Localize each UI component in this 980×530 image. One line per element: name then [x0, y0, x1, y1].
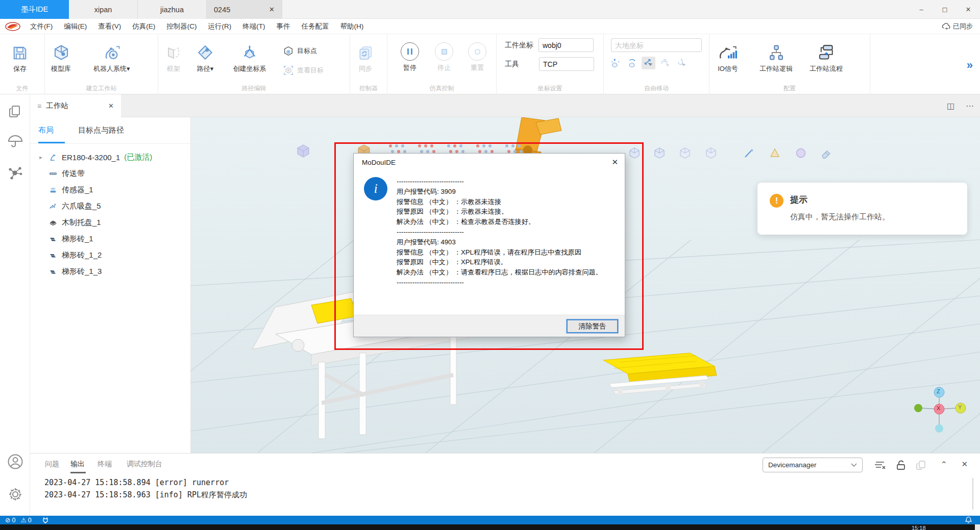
window-tab-xipan[interactable]: xipan	[69, 0, 138, 19]
pause-button[interactable]: 暂停	[401, 40, 419, 72]
panel-tab-output[interactable]: 输出	[70, 460, 85, 469]
split-output-icon[interactable]	[916, 460, 927, 471]
menu-simulate[interactable]: 仿真(E)	[127, 22, 161, 31]
window-tab-home[interactable]: 墨斗IDE	[0, 0, 69, 19]
tab-layout[interactable]: 布局	[38, 125, 54, 135]
gizmo-z-label: Z	[937, 388, 940, 394]
panel-tab-debug-console[interactable]: 调试控制台	[127, 460, 162, 469]
warning-count[interactable]: ⚠ 0	[20, 516, 31, 524]
close-doc-icon[interactable]: ✕	[108, 102, 114, 110]
tree-item-pallet[interactable]: 木制托盘_1	[30, 214, 190, 231]
settings-gear-icon[interactable]	[0, 486, 30, 502]
maximize-panel-icon[interactable]: ⌃	[941, 460, 947, 469]
cone-tool-icon[interactable]	[769, 147, 780, 159]
plug-icon[interactable]	[43, 517, 48, 523]
reset-button[interactable]: 重置	[468, 40, 486, 72]
unlock-icon[interactable]	[895, 460, 906, 471]
tree-item-robot[interactable]: ▸ ER180-4-3200_1(已激活)	[30, 149, 190, 165]
view-cube-icon[interactable]	[654, 147, 665, 159]
tool-input[interactable]	[539, 57, 594, 71]
close-window-icon[interactable]: ✕	[957, 6, 980, 13]
panel-scrollbar[interactable]	[972, 478, 973, 510]
3d-viewport[interactable]: Z Y X MoDouIDE ✕ i ---------------------…	[191, 117, 980, 453]
station-logic-button[interactable]: 工作站逻辑	[760, 41, 793, 73]
toolbar-group-build-station: 模型库 机器人系统▾ 建立工作站	[45, 34, 158, 94]
tree-item-gripper[interactable]: 六爪吸盘_5	[30, 198, 190, 214]
model-library-button[interactable]: 模型库	[51, 41, 71, 73]
move-rotate-icon[interactable]	[625, 57, 639, 69]
sensor-icon	[48, 185, 58, 194]
output-channel-select[interactable]: Devicemanager	[763, 458, 863, 472]
toolbar-group-file: 保存 文件	[0, 34, 45, 94]
menu-task-config[interactable]: 任务配置	[296, 22, 335, 31]
maximize-icon[interactable]: ◻	[933, 6, 957, 13]
sync-status[interactable]: 已同步	[942, 19, 973, 34]
expand-arrow-icon[interactable]: ▸	[37, 154, 44, 161]
menu-bar: 文件(F) 编辑(E) 查看(V) 仿真(E) 控制器(C) 运行(R) 终端(…	[0, 19, 980, 34]
split-panel-icon[interactable]: ◫	[947, 101, 954, 111]
toolbar-overflow-icon[interactable]: »	[967, 59, 973, 72]
move-linear-icon[interactable]	[609, 57, 623, 69]
menu-events[interactable]: 事件	[271, 22, 296, 31]
panel-tab-terminal[interactable]: 终端	[97, 460, 112, 469]
window-tab-jiazhua[interactable]: jiazhua	[138, 0, 207, 19]
dialog-close-icon[interactable]: ✕	[611, 158, 618, 167]
create-coordinate-button[interactable]: 创建坐标系	[226, 41, 274, 73]
clear-output-icon[interactable]	[874, 460, 886, 471]
dialog-title: MoDouIDE	[354, 154, 625, 171]
tab-targets-paths[interactable]: 目标点与路径	[78, 125, 124, 135]
tree-item-conveyor[interactable]: 传送带	[30, 165, 190, 182]
menu-help[interactable]: 帮助(H)	[335, 22, 370, 31]
io-signal-button[interactable]: IO信号	[718, 41, 738, 73]
sync-button[interactable]: 同步	[357, 41, 374, 73]
save-button[interactable]: 保存	[11, 41, 29, 73]
menu-view[interactable]: 查看(V)	[92, 22, 127, 31]
notifications-bell-icon[interactable]	[965, 516, 972, 524]
workpiece-coord-input[interactable]	[538, 38, 594, 52]
clear-alarms-button[interactable]: 清除警告	[567, 319, 618, 333]
window-tab-0245[interactable]: 0245 ✕	[207, 0, 282, 19]
more-options-icon[interactable]: ⋯	[966, 101, 974, 111]
pallet-icon	[48, 218, 58, 227]
connect-icon[interactable]	[0, 134, 30, 148]
path-icon	[196, 41, 214, 62]
measure-pencil-icon[interactable]	[743, 147, 754, 159]
show-desktop-button[interactable]	[975, 524, 980, 530]
tree-item-brick3[interactable]: 梯形砖_1_3	[30, 263, 190, 280]
view-target-button[interactable]: 查看目标	[283, 65, 324, 76]
node-move-icon[interactable]	[658, 57, 672, 69]
menu-run[interactable]: 运行(R)	[203, 22, 237, 31]
minimize-icon[interactable]: –	[910, 6, 933, 13]
error-count[interactable]: ⊘ 0	[5, 516, 15, 524]
tree-item-brick2[interactable]: 梯形砖_1_2	[30, 247, 190, 263]
robot-system-button[interactable]: 机器人系统▾	[93, 41, 130, 73]
joint-move-icon[interactable]	[674, 57, 688, 69]
world-coord-input[interactable]	[611, 38, 702, 52]
tree-item-brick1[interactable]: 梯形砖_1	[30, 231, 190, 247]
menu-edit[interactable]: 编辑(E)	[58, 22, 92, 31]
status-bar: ⊘ 0 ⚠ 0	[0, 516, 980, 524]
account-icon[interactable]	[0, 453, 30, 470]
window-controls: – ◻ ✕	[910, 0, 980, 19]
view-cube-icon[interactable]	[679, 147, 691, 159]
target-point-button[interactable]: 目标点	[283, 45, 317, 57]
stop-button[interactable]: 停止	[435, 40, 453, 72]
network-icon[interactable]	[0, 166, 30, 180]
pages-icon[interactable]	[0, 105, 30, 119]
path-button[interactable]: 路径▾	[189, 41, 222, 73]
menu-controller[interactable]: 控制器(C)	[161, 22, 202, 31]
close-tab-icon[interactable]: ✕	[269, 6, 275, 13]
tree-item-sensor[interactable]: 传感器_1	[30, 182, 190, 198]
menu-terminal[interactable]: 终端(T)	[237, 22, 271, 31]
doc-tab-workstation[interactable]: ≡ 工作站 ✕	[30, 94, 121, 117]
sphere-tool-icon[interactable]	[795, 147, 806, 159]
panel-tab-problems[interactable]: 问题	[45, 460, 59, 469]
free-move-icon[interactable]	[642, 57, 655, 69]
frame-button[interactable]: 框架	[158, 41, 189, 73]
menu-file[interactable]: 文件(F)	[24, 22, 58, 31]
view-cube-icon[interactable]	[705, 147, 717, 159]
close-panel-icon[interactable]: ✕	[961, 460, 968, 469]
eraser-tool-icon[interactable]	[820, 147, 832, 159]
brick-icon	[48, 234, 58, 243]
station-flow-button[interactable]: 工作站流程	[810, 41, 843, 73]
